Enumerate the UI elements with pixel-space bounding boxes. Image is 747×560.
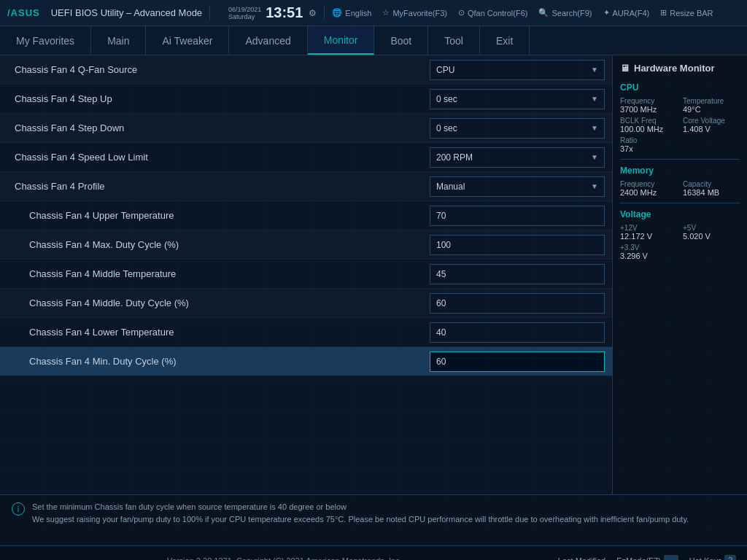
asus-logo-text: /ASUS xyxy=(7,7,40,18)
hw-monitor-title: 🖥 Hardware Monitor xyxy=(620,63,740,74)
setting-label-speed-low-limit: Chassis Fan 4 Speed Low Limit xyxy=(15,152,430,163)
hot-keys-button[interactable]: Hot Keys ? xyxy=(689,555,736,560)
myfavorite-label: MyFavorite(F3) xyxy=(392,9,447,18)
min-duty-value: 60 xyxy=(436,357,446,367)
hw-section-cpu: CPU xyxy=(620,82,740,93)
info-bar: i Set the minimum Chassis fan duty cycle… xyxy=(0,494,747,545)
star-icon: ☆ xyxy=(382,8,390,18)
step-up-dropdown[interactable]: 0 sec ▼ xyxy=(430,89,605,109)
chevron-down-icon-3: ▼ xyxy=(591,124,598,132)
v5-label: +5V 5.020 V xyxy=(683,224,740,241)
info-line2: We suggest raising your fan/pump duty to… xyxy=(32,513,689,526)
setting-row-step-up: Chassis Fan 4 Step Up 0 sec ▼ xyxy=(0,85,612,114)
nav-item-my-favorites[interactable]: My Favorites xyxy=(0,26,91,55)
voltage-stats-grid: +12V 12.172 V +5V 5.020 V xyxy=(620,224,740,241)
monitor-icon: 🖥 xyxy=(620,63,630,74)
middle-temp-input[interactable]: 45 xyxy=(430,264,605,284)
setting-control-min-duty: 60 xyxy=(430,351,605,372)
ez-mode-button[interactable]: EzMode(F7) → xyxy=(616,555,678,560)
memory-stats-grid: Frequency 2400 MHz Capacity 16384 MB xyxy=(620,180,740,197)
globe-icon: 🌐 xyxy=(332,8,342,18)
max-duty-input[interactable]: 100 xyxy=(430,235,605,255)
resize-icon: ⊞ xyxy=(660,8,667,18)
resize-bar-control[interactable]: ⊞ Resize BAR xyxy=(660,8,713,18)
setting-label-step-up: Chassis Fan 4 Step Up xyxy=(15,93,430,104)
resize-bar-label: Resize BAR xyxy=(670,9,713,18)
search-label: Search(F9) xyxy=(551,9,592,18)
setting-row-step-down: Chassis Fan 4 Step Down 0 sec ▼ xyxy=(0,114,612,143)
nav-item-monitor[interactable]: Monitor xyxy=(308,26,375,55)
qfan-label: Qfan Control(F6) xyxy=(468,9,528,18)
nav-item-exit[interactable]: Exit xyxy=(480,26,530,55)
setting-row-speed-low-limit: Chassis Fan 4 Speed Low Limit 200 RPM ▼ xyxy=(0,143,612,172)
footer-version: Version 2.20.1271. Copyright (C) 2021 Am… xyxy=(167,556,402,561)
setting-label-qfan-source: Chassis Fan 4 Q-Fan Source xyxy=(15,64,430,75)
setting-control-max-duty: 100 xyxy=(430,235,605,255)
chevron-down-icon-2: ▼ xyxy=(591,95,598,103)
chevron-down-icon: ▼ xyxy=(591,66,598,74)
speed-low-limit-value: 200 RPM xyxy=(436,152,473,163)
cpu-stats-grid: Frequency 3700 MHz Temperature 49°C BCLK… xyxy=(620,97,740,133)
language-label: English xyxy=(345,9,371,18)
max-duty-value: 100 xyxy=(436,240,451,250)
setting-label-upper-temp: Chassis Fan 4 Upper Temperature xyxy=(29,210,430,221)
setting-control-profile: Manual ▼ xyxy=(430,176,605,197)
setting-label-step-down: Chassis Fan 4 Step Down xyxy=(15,122,430,133)
my-favorites-control[interactable]: ☆ MyFavorite(F3) xyxy=(382,8,447,18)
nav-item-advanced[interactable]: Advanced xyxy=(229,26,307,55)
step-down-dropdown[interactable]: 0 sec ▼ xyxy=(430,118,605,139)
left-panel: Chassis Fan 4 Q-Fan Source CPU ▼ Chassis… xyxy=(0,55,612,494)
nav-item-ai-tweaker[interactable]: Ai Tweaker xyxy=(146,26,229,55)
profile-dropdown[interactable]: Manual ▼ xyxy=(430,176,605,197)
search-control[interactable]: 🔍 Search(F9) xyxy=(538,8,592,18)
info-line1: Set the minimum Chassis fan duty cycle w… xyxy=(32,501,689,513)
aura-label: AURA(F4) xyxy=(613,9,650,18)
step-up-value: 0 sec xyxy=(436,94,457,104)
setting-control-lower-temp: 40 xyxy=(430,322,605,343)
setting-control-step-up: 0 sec ▼ xyxy=(430,89,605,109)
info-text: Set the minimum Chassis fan duty cycle w… xyxy=(32,501,689,525)
hw-monitor-title-text: Hardware Monitor xyxy=(634,63,715,74)
aura-control[interactable]: ✦ AURA(F4) xyxy=(603,8,650,18)
cpu-corevolt-label: Core Voltage 1.408 V xyxy=(683,117,740,133)
setting-control-middle-duty: 60 xyxy=(430,293,605,314)
setting-control-qfan-source: CPU ▼ xyxy=(430,60,605,80)
setting-label-max-duty: Chassis Fan 4 Max. Duty Cycle (%) xyxy=(29,239,430,250)
middle-duty-input[interactable]: 60 xyxy=(430,293,605,314)
qfan-source-dropdown[interactable]: CPU ▼ xyxy=(430,60,605,80)
lower-temp-value: 40 xyxy=(436,327,446,338)
middle-temp-value: 45 xyxy=(436,269,446,279)
nav-item-tool[interactable]: Tool xyxy=(428,26,480,55)
speed-low-limit-dropdown[interactable]: 200 RPM ▼ xyxy=(430,147,605,168)
mem-capacity-label: Capacity 16384 MB xyxy=(683,180,740,197)
last-modified-label: Last Modified xyxy=(558,556,605,561)
min-duty-input[interactable]: 60 xyxy=(430,351,605,372)
gear-icon[interactable]: ⚙ xyxy=(309,8,317,18)
nav-toolbar: My Favorites Main Ai Tweaker Advanced Mo… xyxy=(0,26,747,55)
nav-item-boot[interactable]: Boot xyxy=(374,26,428,55)
hw-divider-2 xyxy=(620,203,740,203)
setting-row-middle-temp: Chassis Fan 4 Middle Temperature 45 xyxy=(0,260,612,289)
search-icon: 🔍 xyxy=(538,8,549,18)
fan-icon: ⊙ xyxy=(458,8,465,18)
cpu-freq-label: Frequency 3700 MHz xyxy=(620,97,677,114)
setting-control-middle-temp: 45 xyxy=(430,264,605,284)
cpu-bclk-label: BCLK Freq 100.00 MHz xyxy=(620,117,677,133)
header-datetime: 06/19/2021Saturday 13:51 ⚙ xyxy=(228,4,317,21)
profile-value: Manual xyxy=(436,182,465,192)
setting-label-middle-duty: Chassis Fan 4 Middle. Duty Cycle (%) xyxy=(29,298,430,308)
nav-item-main[interactable]: Main xyxy=(91,26,146,55)
qfan-control[interactable]: ⊙ Qfan Control(F6) xyxy=(458,8,528,18)
hw-divider-1 xyxy=(620,159,740,160)
last-modified-button[interactable]: Last Modified xyxy=(558,556,605,561)
lower-temp-input[interactable]: 40 xyxy=(430,322,605,343)
cpu-ratio: Ratio 37x xyxy=(620,136,740,153)
header-time: 13:51 xyxy=(266,4,303,21)
header-sep xyxy=(209,6,210,20)
upper-temp-input[interactable]: 70 xyxy=(430,206,605,226)
hw-section-voltage: Voltage xyxy=(620,209,740,219)
language-control[interactable]: 🌐 English xyxy=(332,8,371,18)
header: /ASUS UEFI BIOS Utility – Advanced Mode … xyxy=(0,0,747,26)
cpu-temp-label: Temperature 49°C xyxy=(683,97,740,114)
setting-row-max-duty: Chassis Fan 4 Max. Duty Cycle (%) 100 xyxy=(0,230,612,260)
